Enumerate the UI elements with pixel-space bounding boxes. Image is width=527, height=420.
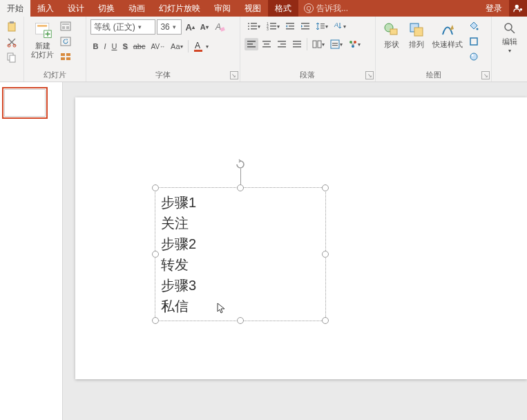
svg-rect-27 bbox=[251, 26, 257, 27]
svg-rect-47 bbox=[247, 44, 253, 45]
svg-rect-3 bbox=[10, 21, 14, 23]
chevron-down-icon: ▾ bbox=[170, 23, 176, 30]
underline-button[interactable]: U bbox=[109, 40, 119, 52]
svg-point-0 bbox=[515, 5, 519, 8]
group-drawing: 形状 排列 快速样式 绘图 ↘ bbox=[376, 17, 492, 82]
drawing-launcher[interactable]: ↘ bbox=[481, 71, 490, 79]
smartart-button[interactable]: ▾ bbox=[346, 37, 363, 51]
resize-handle[interactable] bbox=[322, 184, 329, 191]
svg-rect-44 bbox=[320, 28, 325, 28]
resize-handle[interactable] bbox=[152, 251, 159, 258]
text-direction-button[interactable]: A▾ bbox=[332, 19, 348, 33]
bold-button[interactable]: B bbox=[90, 40, 100, 52]
group-paragraph-label: 段落 bbox=[245, 68, 372, 82]
svg-rect-23 bbox=[194, 50, 202, 52]
tab-design[interactable]: 设计 bbox=[61, 0, 91, 17]
char-spacing-button[interactable]: AV↔ bbox=[149, 41, 168, 52]
italic-button[interactable]: I bbox=[102, 40, 108, 52]
quick-styles-button[interactable]: 快速样式 bbox=[430, 19, 466, 50]
shapes-button[interactable]: 形状 bbox=[380, 19, 403, 50]
new-slide-button[interactable]: 新建 幻灯片 bbox=[28, 19, 57, 61]
text-line: 关注 bbox=[161, 213, 320, 233]
shape-effects-button[interactable] bbox=[467, 50, 481, 64]
tab-home[interactable]: 开始 bbox=[0, 0, 30, 17]
svg-text:3: 3 bbox=[267, 27, 269, 31]
svg-rect-15 bbox=[61, 37, 70, 46]
tab-view[interactable]: 视图 bbox=[238, 0, 268, 17]
numbering-button[interactable]: 123▾ bbox=[264, 19, 282, 33]
tab-animations[interactable]: 动画 bbox=[122, 0, 152, 17]
align-center-button[interactable] bbox=[260, 38, 274, 50]
svg-rect-9 bbox=[37, 25, 47, 27]
resize-handle[interactable] bbox=[152, 184, 159, 191]
textbox[interactable]: 步骤1 关注 步骤2 转发 步骤3 私信 bbox=[155, 187, 326, 321]
resize-handle[interactable] bbox=[322, 251, 329, 258]
reset-button[interactable] bbox=[58, 35, 73, 48]
align-right-button[interactable] bbox=[275, 38, 289, 50]
svg-rect-54 bbox=[278, 46, 286, 48]
shape-fill-button[interactable] bbox=[467, 19, 481, 33]
justify-button[interactable] bbox=[290, 38, 304, 50]
layout-button[interactable] bbox=[58, 19, 73, 33]
columns-button[interactable]: ▾ bbox=[310, 38, 327, 50]
line-spacing-button[interactable]: ▾ bbox=[314, 19, 330, 33]
arrange-button[interactable]: 排列 bbox=[405, 19, 428, 50]
group-drawing-label: 绘图 bbox=[380, 68, 487, 82]
font-size-combo[interactable]: 36▾ bbox=[157, 19, 182, 35]
copy-button[interactable] bbox=[4, 50, 19, 65]
svg-rect-7 bbox=[10, 55, 15, 62]
svg-rect-67 bbox=[390, 29, 397, 35]
login-button[interactable]: 登录 bbox=[479, 0, 509, 17]
svg-rect-52 bbox=[278, 41, 286, 42]
section-button[interactable] bbox=[58, 50, 73, 64]
increase-indent-button[interactable] bbox=[298, 19, 312, 33]
font-name-combo[interactable]: 等线 (正文)▾ bbox=[90, 19, 155, 35]
tab-insert[interactable]: 插入 bbox=[30, 0, 61, 17]
editing-label: 编辑 bbox=[502, 37, 517, 46]
svg-point-1 bbox=[520, 8, 523, 11]
svg-rect-46 bbox=[247, 41, 256, 42]
tab-slideshow[interactable]: 幻灯片放映 bbox=[152, 0, 207, 17]
slide-canvas-area[interactable]: 步骤1 关注 步骤2 转发 步骤3 私信 单击此处添加备注 bbox=[63, 82, 527, 420]
svg-point-72 bbox=[470, 53, 477, 60]
font-color-button[interactable]: A▾ bbox=[191, 39, 211, 54]
group-clipboard bbox=[0, 17, 24, 82]
paragraph-launcher[interactable]: ↘ bbox=[365, 71, 374, 79]
svg-point-74 bbox=[505, 23, 512, 30]
decrease-font-button[interactable]: A▾ bbox=[198, 21, 211, 33]
svg-rect-2 bbox=[8, 23, 15, 31]
tab-format[interactable]: 格式 bbox=[268, 0, 298, 17]
clear-format-button[interactable]: A bbox=[212, 19, 227, 35]
svg-rect-31 bbox=[270, 23, 276, 24]
resize-handle[interactable] bbox=[237, 317, 244, 324]
paste-button[interactable] bbox=[4, 19, 19, 35]
slide-thumbnail[interactable] bbox=[4, 89, 46, 117]
resize-handle[interactable] bbox=[237, 184, 244, 191]
change-case-button[interactable]: Aa▾ bbox=[169, 40, 184, 52]
resize-handle[interactable] bbox=[322, 317, 329, 324]
thumbnail-panel[interactable] bbox=[0, 82, 63, 420]
tell-me[interactable]: Q 告诉我... bbox=[298, 0, 479, 17]
align-left-button[interactable] bbox=[245, 38, 258, 50]
rotate-handle-icon[interactable] bbox=[235, 159, 246, 170]
tab-review[interactable]: 审阅 bbox=[207, 0, 238, 17]
slide[interactable]: 步骤1 关注 步骤2 转发 步骤3 私信 bbox=[75, 97, 527, 379]
shadow-button[interactable]: S bbox=[120, 40, 129, 52]
strike-button[interactable]: abc bbox=[131, 40, 148, 52]
svg-rect-40 bbox=[304, 26, 309, 27]
cut-button[interactable] bbox=[4, 35, 19, 50]
group-slides-label: 幻灯片 bbox=[28, 68, 82, 82]
increase-font-button[interactable]: A▴ bbox=[183, 20, 196, 35]
textbox-content[interactable]: 步骤1 关注 步骤2 转发 步骤3 私信 bbox=[155, 188, 325, 321]
bullets-button[interactable]: ▾ bbox=[245, 19, 262, 33]
text-line: 转发 bbox=[161, 254, 320, 275]
align-text-button[interactable]: ▾ bbox=[328, 37, 345, 51]
resize-handle[interactable] bbox=[152, 317, 159, 324]
svg-rect-39 bbox=[301, 23, 309, 24]
share-button[interactable] bbox=[509, 0, 527, 17]
font-launcher[interactable]: ↘ bbox=[230, 71, 238, 79]
editing-button[interactable]: 编辑 ▾ bbox=[496, 19, 523, 55]
decrease-indent-button[interactable] bbox=[283, 19, 297, 33]
tab-transitions[interactable]: 切换 bbox=[91, 0, 122, 17]
shape-outline-button[interactable] bbox=[467, 35, 481, 48]
